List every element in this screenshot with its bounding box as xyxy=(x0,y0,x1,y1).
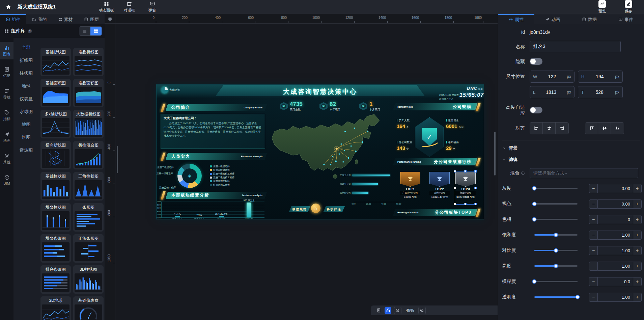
grayscale-slider[interactable] xyxy=(534,188,578,189)
canvas-scrollbar-left[interactable] xyxy=(117,146,118,173)
save-button[interactable]: 保存 xyxy=(618,0,639,14)
brightness-value[interactable]: 1.00 xyxy=(598,262,633,271)
ranking-card-TOP1[interactable]: TOP1广西第一分公司94000万元 xyxy=(400,172,420,199)
blur-value[interactable]: 0.0 xyxy=(598,277,633,286)
component-card-折柱混合图[interactable]: 折柱混合图 xyxy=(73,141,104,169)
align-bottom-button[interactable] xyxy=(611,123,624,134)
sepia-slider[interactable] xyxy=(534,203,578,205)
nav-其他[interactable]: 其他 xyxy=(0,150,13,167)
selection-handle[interactable] xyxy=(454,187,456,189)
toolbar-dialog[interactable]: 对话框 xyxy=(119,1,139,13)
inspector-tab-事件[interactable]: 事件 xyxy=(608,14,644,24)
component-card-堆叠柱状图[interactable]: 堆叠柱状图 xyxy=(40,203,71,232)
slider-knob[interactable] xyxy=(554,264,558,268)
inspector-tab-数据[interactable]: 数据 xyxy=(571,14,608,24)
canvas[interactable]: 大成咨询 大成咨询智慧决策中心 DNC大成数智 2025-11-07 星期五农历… xyxy=(115,24,498,320)
grayscale-decrement-button[interactable]: − xyxy=(589,184,598,193)
auto-height-toggle[interactable] xyxy=(530,107,542,113)
saturate-increment-button[interactable]: + xyxy=(633,231,642,240)
help-icon[interactable]: ? xyxy=(27,29,32,34)
slider-knob[interactable] xyxy=(532,186,537,191)
selection-handle[interactable] xyxy=(454,203,456,205)
category-柱状图[interactable]: 柱状图 xyxy=(13,67,39,80)
saturate-decrement-button[interactable]: − xyxy=(589,231,598,240)
slider-knob[interactable] xyxy=(532,279,537,284)
slider-knob[interactable] xyxy=(576,295,580,299)
category-折线图[interactable]: 折线图 xyxy=(13,54,39,67)
hue-slider[interactable] xyxy=(534,219,578,220)
brightness-slider[interactable] xyxy=(534,265,578,267)
dim-input-H[interactable]: H194px xyxy=(578,71,623,83)
saturate-value[interactable]: 1.00 xyxy=(598,231,633,240)
sepia-increment-button[interactable]: + xyxy=(633,199,642,209)
grid-view-button[interactable] xyxy=(90,27,102,35)
slider-knob[interactable] xyxy=(554,233,558,237)
hide-toggle[interactable] xyxy=(530,58,542,65)
align-left-button[interactable] xyxy=(530,123,543,134)
nav-信息[interactable]: 信息 xyxy=(0,63,13,81)
category-全部[interactable]: 全部 xyxy=(13,41,39,54)
selection-handle[interactable] xyxy=(454,170,456,172)
align-right-button[interactable] xyxy=(556,123,568,134)
nav-BIM[interactable]: BIM xyxy=(0,171,13,188)
blend-select[interactable]: 请选择混合方式 xyxy=(530,168,638,178)
opacity-increment-button[interactable]: + xyxy=(633,293,642,302)
opacity-value[interactable]: 1.00 xyxy=(598,293,633,302)
page-settings-icon[interactable] xyxy=(375,307,382,314)
nav-导航[interactable]: 导航 xyxy=(0,85,13,103)
selection-handle[interactable] xyxy=(464,203,467,205)
blur-slider[interactable] xyxy=(534,281,578,282)
zoom-in-button[interactable] xyxy=(418,307,426,314)
component-card-多x轴折线图[interactable]: 多x轴折线图 xyxy=(40,110,71,138)
toolbar-grid[interactable]: 动态面板 xyxy=(96,1,116,13)
category-地图[interactable]: 地图 xyxy=(13,118,39,131)
lock-icon[interactable] xyxy=(385,307,391,314)
component-card-基础折线图[interactable]: 基础折线图 xyxy=(40,48,71,76)
category-饼图[interactable]: 饼图 xyxy=(13,131,39,144)
nav-图表[interactable]: 图表 xyxy=(0,42,13,59)
tab-素材[interactable]: 素材 xyxy=(52,14,79,24)
inspector-tab-属性[interactable]: 属性 xyxy=(498,14,534,24)
align-center-h-button[interactable] xyxy=(543,123,556,134)
zoom-out-button[interactable] xyxy=(394,307,401,314)
component-card-条形图[interactable]: 条形图 xyxy=(73,203,104,232)
component-card-堆叠折线图[interactable]: 堆叠折线图 xyxy=(73,48,104,76)
slider-knob[interactable] xyxy=(532,202,537,206)
brightness-increment-button[interactable]: + xyxy=(633,262,642,271)
dashboard-artboard[interactable]: 大成咨询 大成咨询智慧决策中心 DNC大成数智 2025-11-07 星期五农历… xyxy=(156,84,484,219)
align-top-button[interactable] xyxy=(585,123,598,134)
component-card-3D柱状图[interactable]: 3D柱状图 xyxy=(73,265,104,294)
tab-图层[interactable]: 图层 xyxy=(79,14,105,24)
dim-input-W[interactable]: W122px xyxy=(530,71,575,83)
component-card-横向折线图[interactable]: 横向折线图 xyxy=(40,141,71,169)
slider-knob[interactable] xyxy=(554,248,558,253)
eye-icon[interactable] xyxy=(107,16,113,22)
selection-handle[interactable] xyxy=(464,170,467,172)
grayscale-value[interactable]: 0.00 xyxy=(598,184,633,193)
brightness-decrement-button[interactable]: − xyxy=(589,262,598,271)
selection-handle[interactable] xyxy=(474,187,477,189)
selection-box[interactable] xyxy=(455,171,476,205)
list-view-button[interactable] xyxy=(79,27,90,35)
blur-decrement-button[interactable]: − xyxy=(589,277,598,286)
component-card-三角柱状图[interactable]: 三角柱状图 xyxy=(73,172,104,201)
component-card-基础面积图[interactable]: 基础面积图 xyxy=(40,79,71,107)
component-card-正负条形图[interactable]: 正负条形图 xyxy=(73,234,104,263)
component-card-基础柱状图[interactable]: 基础柱状图 xyxy=(40,172,71,201)
dim-input-T[interactable]: T528px xyxy=(578,86,623,98)
blur-increment-button[interactable]: + xyxy=(633,277,642,286)
opacity-decrement-button[interactable]: − xyxy=(589,293,598,302)
home-icon[interactable] xyxy=(3,2,13,12)
sepia-decrement-button[interactable]: − xyxy=(589,199,598,209)
category-雷达图[interactable]: 雷达图 xyxy=(13,144,39,157)
contrast-value[interactable]: 1.00 xyxy=(598,246,633,255)
sepia-value[interactable]: 0.00 xyxy=(598,199,633,209)
component-card-堆叠面积图[interactable]: 堆叠面积图 xyxy=(73,79,104,107)
hue-increment-button[interactable]: + xyxy=(633,215,642,224)
component-card-3D地球[interactable]: 3D地球 xyxy=(40,296,71,320)
nav-动画[interactable]: 动画 xyxy=(0,128,13,146)
ranking-card-TOP2[interactable]: TOP2贵州分公司10321.47万元 xyxy=(429,172,450,199)
dim-input-L[interactable]: L1813px xyxy=(530,86,575,98)
category-仪表盘[interactable]: 仪表盘 xyxy=(13,92,39,105)
component-card-大数据折线图[interactable]: 大数据折线图 xyxy=(73,110,104,138)
